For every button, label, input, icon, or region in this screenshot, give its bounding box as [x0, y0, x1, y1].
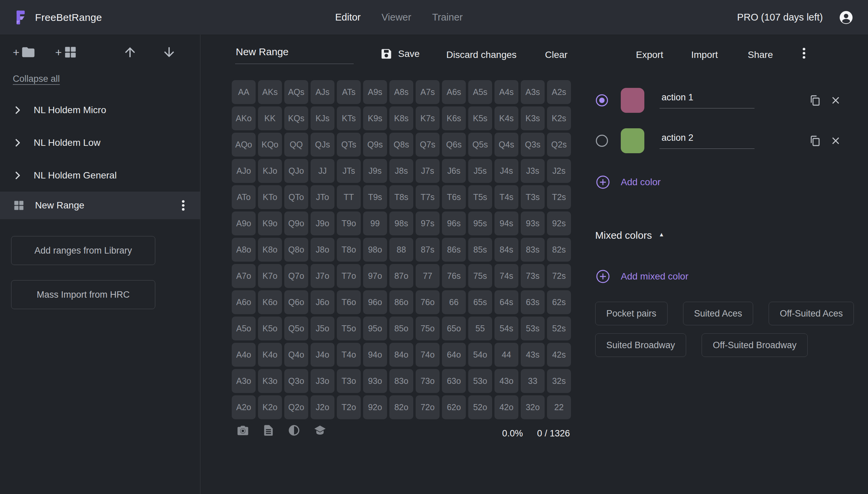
hand-cell-j3o[interactable]: J3o	[310, 369, 335, 393]
hand-cell-k8s[interactable]: K8s	[389, 107, 413, 130]
hand-cell-96o[interactable]: 96o	[363, 290, 387, 314]
duplicate-copy-icon[interactable]	[809, 94, 821, 107]
share-button[interactable]: Share	[748, 50, 773, 60]
hand-cell-j2s[interactable]: J2s	[547, 159, 571, 183]
hand-cell-t5s[interactable]: T5s	[468, 185, 492, 209]
hand-cell-64o[interactable]: 64o	[442, 343, 466, 367]
hand-cell-q6s[interactable]: Q6s	[442, 133, 466, 157]
hand-cell-q2s[interactable]: Q2s	[547, 133, 571, 157]
account-avatar-icon[interactable]	[838, 10, 854, 25]
hand-cell-73o[interactable]: 73o	[416, 369, 439, 393]
hand-cell-k5s[interactable]: K5s	[468, 107, 492, 130]
hand-cell-j6o[interactable]: J6o	[310, 290, 335, 314]
hand-cell-74s[interactable]: 74s	[494, 264, 518, 288]
hand-cell-73s[interactable]: 73s	[521, 264, 545, 288]
hand-cell-a9s[interactable]: A9s	[363, 80, 387, 104]
hand-cell-92s[interactable]: 92s	[547, 211, 571, 235]
clear-button[interactable]: Clear	[545, 50, 568, 60]
hand-cell-ako[interactable]: AKo	[232, 107, 256, 130]
hand-cell-t6o[interactable]: T6o	[337, 290, 361, 314]
hand-cell-43o[interactable]: 43o	[494, 369, 518, 393]
hand-cell-j5o[interactable]: J5o	[310, 317, 335, 340]
hand-cell-t3o[interactable]: T3o	[337, 369, 361, 393]
hand-cell-83o[interactable]: 83o	[389, 369, 413, 393]
hand-cell-aqo[interactable]: AQo	[232, 133, 256, 157]
hand-cell-52s[interactable]: 52s	[547, 317, 571, 340]
action-radio[interactable]	[596, 135, 608, 147]
hand-cell-kk[interactable]: KK	[258, 107, 282, 130]
add-ranges-from-library-button[interactable]: Add ranges from Library	[11, 236, 155, 265]
hand-cell-j5s[interactable]: J5s	[468, 159, 492, 183]
hand-cell-82o[interactable]: 82o	[389, 395, 413, 419]
hand-cell-a8s[interactable]: A8s	[389, 80, 413, 104]
hand-cell-kjs[interactable]: KJs	[310, 107, 335, 130]
hand-cell-77[interactable]: 77	[416, 264, 439, 288]
hand-cell-84s[interactable]: 84s	[494, 238, 518, 262]
hand-cell-q4s[interactable]: Q4s	[494, 133, 518, 157]
hand-cell-t9o[interactable]: T9o	[337, 211, 361, 235]
hand-cell-92o[interactable]: 92o	[363, 395, 387, 419]
sidebar-item-new-range[interactable]: New Range	[0, 192, 200, 219]
hand-cell-q2o[interactable]: Q2o	[284, 395, 308, 419]
hand-cell-jts[interactable]: JTs	[337, 159, 361, 183]
sidebar-folder-nl-holdem-general[interactable]: NL Holdem General	[0, 159, 200, 192]
hand-cell-t7o[interactable]: T7o	[337, 264, 361, 288]
hand-cell-t2s[interactable]: T2s	[547, 185, 571, 209]
hand-cell-62s[interactable]: 62s	[547, 290, 571, 314]
hand-cell-t7s[interactable]: T7s	[416, 185, 439, 209]
hand-cell-76o[interactable]: 76o	[416, 290, 439, 314]
more-options-kebab-icon[interactable]	[797, 46, 811, 60]
tab-trainer[interactable]: Trainer	[432, 12, 463, 23]
hand-cell-75s[interactable]: 75s	[468, 264, 492, 288]
hand-cell-86s[interactable]: 86s	[442, 238, 466, 262]
hand-cell-a7s[interactable]: A7s	[416, 80, 439, 104]
hand-cell-62o[interactable]: 62o	[442, 395, 466, 419]
hand-cell-k8o[interactable]: K8o	[258, 238, 282, 262]
hand-cell-t8o[interactable]: T8o	[337, 238, 361, 262]
hand-cell-qjo[interactable]: QJo	[284, 159, 308, 183]
hand-cell-65o[interactable]: 65o	[442, 317, 466, 340]
hand-cell-54o[interactable]: 54o	[468, 343, 492, 367]
contrast-icon[interactable]	[288, 424, 300, 437]
hand-cell-k6s[interactable]: K6s	[442, 107, 466, 130]
action-name-input[interactable]	[660, 133, 754, 149]
hand-cell-a6o[interactable]: A6o	[232, 290, 256, 314]
hand-cell-82s[interactable]: 82s	[547, 238, 571, 262]
hand-cell-t6s[interactable]: T6s	[442, 185, 466, 209]
hand-cell-a8o[interactable]: A8o	[232, 238, 256, 262]
delete-x-icon[interactable]	[830, 135, 842, 147]
off-suited-aces-button[interactable]: Off-Suited Aces	[769, 302, 854, 325]
action-name-input[interactable]	[660, 92, 754, 109]
hand-cell-j8o[interactable]: J8o	[310, 238, 335, 262]
hand-cell-aqs[interactable]: AQs	[284, 80, 308, 104]
action-color-swatch[interactable]	[621, 128, 644, 153]
hand-cell-t9s[interactable]: T9s	[363, 185, 387, 209]
hand-cell-q7o[interactable]: Q7o	[284, 264, 308, 288]
save-button[interactable]: Save	[380, 48, 420, 60]
hand-cell-a7o[interactable]: A7o	[232, 264, 256, 288]
hand-cell-98o[interactable]: 98o	[363, 238, 387, 262]
hand-cell-86o[interactable]: 86o	[389, 290, 413, 314]
hand-cell-96s[interactable]: 96s	[442, 211, 466, 235]
hand-cell-k4s[interactable]: K4s	[494, 107, 518, 130]
hand-cell-42s[interactable]: 42s	[547, 343, 571, 367]
hand-cell-32s[interactable]: 32s	[547, 369, 571, 393]
hand-cell-j8s[interactable]: J8s	[389, 159, 413, 183]
add-mixed-color-button[interactable]: Add mixed color	[595, 269, 845, 284]
hand-cell-88[interactable]: 88	[389, 238, 413, 262]
hand-cell-a9o[interactable]: A9o	[232, 211, 256, 235]
duplicate-copy-icon[interactable]	[809, 135, 821, 147]
hand-cell-t4s[interactable]: T4s	[494, 185, 518, 209]
hand-cell-64s[interactable]: 64s	[494, 290, 518, 314]
hand-cell-t8s[interactable]: T8s	[389, 185, 413, 209]
hand-cell-k5o[interactable]: K5o	[258, 317, 282, 340]
hand-cell-65s[interactable]: 65s	[468, 290, 492, 314]
hand-cell-97s[interactable]: 97s	[416, 211, 439, 235]
hand-cell-k2o[interactable]: K2o	[258, 395, 282, 419]
hand-cell-j2o[interactable]: J2o	[310, 395, 335, 419]
tab-editor[interactable]: Editor	[335, 12, 361, 23]
hand-cell-t2o[interactable]: T2o	[337, 395, 361, 419]
hand-cell-j3s[interactable]: J3s	[521, 159, 545, 183]
hand-cell-q9s[interactable]: Q9s	[363, 133, 387, 157]
hand-cell-72s[interactable]: 72s	[547, 264, 571, 288]
